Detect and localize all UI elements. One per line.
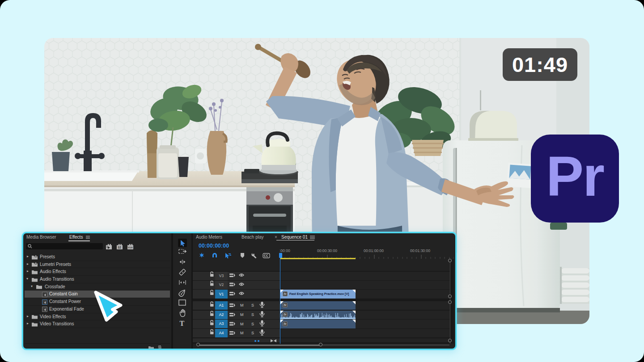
svg-text:T: T [180, 320, 185, 327]
svg-text:YUV: YUV [128, 246, 133, 249]
svg-text:32: 32 [118, 246, 121, 249]
svg-text:M: M [240, 303, 244, 307]
svg-text:S: S [251, 303, 254, 307]
